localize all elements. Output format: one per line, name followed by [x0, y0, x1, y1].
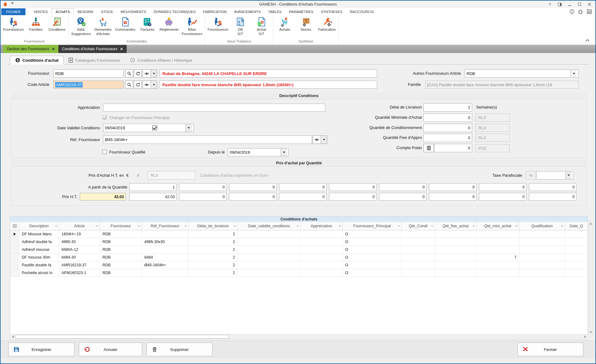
ribbon-st-fournisseurs-button[interactable]: Fournisseurs — [206, 16, 230, 32]
ribbon-valid-suggestions-button[interactable]: Valid.Suggestions — [70, 16, 92, 36]
qte-fixe-input[interactable]: 0 — [423, 134, 472, 142]
enregistrer-button[interactable]: Enregistrer — [8, 343, 74, 356]
info-icon[interactable] — [569, 9, 575, 14]
price-cell[interactable]: 0 — [429, 193, 476, 201]
qty-cell[interactable]: 0 — [329, 183, 377, 191]
supprimer-button[interactable]: Supprimer — [147, 343, 212, 356]
chevron-down-icon[interactable] — [151, 81, 157, 88]
menu-besoins[interactable]: BESOINS — [74, 9, 97, 15]
col-date-q[interactable]: Date_Q — [565, 222, 588, 230]
qte-minimale-input[interactable]: 0 — [423, 113, 472, 122]
scroll-left-icon[interactable] — [10, 335, 15, 339]
fournisseur-qualifie-checkbox[interactable] — [102, 150, 107, 154]
filter-icon[interactable] — [184, 225, 187, 227]
chevron-down-icon[interactable] — [565, 171, 571, 179]
price-cell[interactable]: 0 — [479, 193, 526, 201]
col-date-validite[interactable]: Date_validité_conditions — [238, 222, 300, 230]
price-cell[interactable]: 0 — [229, 193, 277, 201]
scroll-down-icon[interactable] — [589, 331, 592, 333]
qty-cell[interactable]: 0 — [479, 183, 526, 191]
menu-stock[interactable]: STOCK — [97, 9, 117, 15]
col-ref-fournisseur[interactable]: Réf_Fournisseur — [142, 222, 188, 230]
changer-principal-checkbox[interactable] — [102, 115, 107, 120]
qty-cell[interactable]: 0 — [229, 183, 277, 191]
chevron-down-icon[interactable] — [281, 149, 287, 156]
filter-icon[interactable] — [398, 225, 400, 227]
chevron-down-icon[interactable] — [186, 124, 192, 132]
menu-tables[interactable]: TABLES — [264, 9, 285, 15]
vertical-scrollbar[interactable] — [589, 222, 593, 334]
col-description[interactable]: Description — [19, 222, 59, 230]
tab-conditions-achats-fournisseurs[interactable]: Conditions d'Achats Fournisseurs× — [58, 45, 127, 53]
ribbon-fabrication-synthese-button[interactable]: Fabrication — [316, 16, 337, 32]
col-fournisseur[interactable]: Fournisseur — [100, 222, 142, 230]
ribbon-achat-st-button[interactable]: S1AchatS/T — [251, 16, 272, 36]
ribbon-bilan-fournisseurs-button[interactable]: BilanFournisseurs — [180, 16, 204, 36]
menu-fabrication[interactable]: FABRICATION — [199, 9, 230, 15]
compte-poids-calc-button[interactable] — [423, 144, 434, 152]
ribbon-fournisseurs-button[interactable]: Fournisseurs — [2, 16, 25, 32]
menu-fichier[interactable]: FICHIER — [1, 8, 25, 15]
col-qte-fixe-achat[interactable]: Qté_fixe_achat — [435, 222, 476, 230]
col-article[interactable]: Article — [59, 222, 100, 230]
close-icon[interactable]: × — [52, 47, 55, 51]
ref-fournisseur-input[interactable]: Ø45-1604h+ — [103, 135, 312, 144]
qty-cell[interactable]: 1 — [129, 183, 177, 191]
fournisseur-refresh-button[interactable] — [134, 69, 142, 78]
ribbon-achats-synthese-button[interactable]: Achats — [274, 16, 295, 32]
calendar-grid-icon[interactable] — [586, 9, 592, 14]
filter-icon[interactable] — [234, 225, 236, 227]
tab-conditions-achat[interactable]: $Conditions d'achat — [10, 56, 64, 64]
qty-cell[interactable]: 0 — [379, 183, 427, 191]
filter-icon[interactable] — [296, 225, 299, 227]
col-qte-mini-achat[interactable]: Qté_mini_achat — [476, 222, 519, 230]
date-checked-icon[interactable] — [152, 126, 157, 130]
price-cell[interactable]: 0 — [529, 193, 576, 201]
code-article-view-button[interactable] — [142, 81, 157, 89]
table-row[interactable]: Adhésif double fa 4965-30 RDB 4965-30x30… — [10, 238, 588, 246]
filter-icon[interactable] — [96, 225, 98, 227]
tab-gestion-fournisseurs[interactable]: Gestion des Fournisseurs× — [3, 45, 58, 53]
filter-icon[interactable] — [339, 225, 341, 227]
select-all-grid-icon[interactable] — [10, 222, 19, 230]
qty-cell[interactable]: 0 — [279, 183, 327, 191]
ribbon-demandes-achats-button[interactable]: Demandesd'Achats — [93, 16, 114, 36]
table-row[interactable]: Pochette alcool Is APM160323-1 RDB 2 O — [10, 269, 588, 277]
tab-conditions-affaires-historique[interactable]: Conditions Affaires / Historique — [125, 56, 197, 64]
ribbon-stocks-synthese-button[interactable]: Stocks — [295, 16, 316, 32]
ribbon-conditions-button[interactable]: Conditions — [46, 16, 67, 32]
price-cell[interactable]: 42.03 — [129, 193, 177, 201]
home-icon[interactable] — [577, 9, 584, 14]
panel-icon[interactable] — [555, 1, 564, 8]
delai-livraison-input[interactable]: 2 — [423, 103, 472, 112]
taxe-parafiscale-select[interactable] — [536, 171, 573, 180]
filter-icon[interactable] — [515, 225, 518, 227]
ribbon-factures-button[interactable]: Factures — [137, 16, 158, 32]
menu-syntheses[interactable]: SYNTHÈSES — [317, 9, 346, 15]
scroll-right-icon[interactable] — [583, 335, 588, 339]
filter-icon[interactable] — [472, 225, 475, 227]
ribbon-da-st-button[interactable]: ?DAS/T — [230, 16, 251, 36]
autres-fournisseurs-select[interactable]: RDB — [465, 69, 579, 78]
ribbon-familles-button[interactable]: Familles — [25, 16, 46, 32]
price-cell[interactable]: 0 — [179, 193, 227, 201]
qte-conditionnement-input[interactable]: 0 — [423, 124, 472, 132]
chevron-down-icon[interactable] — [571, 70, 577, 77]
menu-mouvements[interactable]: MOUVEMENTS — [117, 9, 150, 15]
tab-catalogues-fournisseurs[interactable]: Catalogues Fournisseurs — [64, 56, 125, 64]
col-qualification[interactable]: Qualification — [519, 222, 565, 230]
ribbon-reglements-button[interactable]: Règlements — [158, 16, 180, 32]
table-row[interactable]: Adhésif mousse 8480A-12 RDB 2 O — [10, 246, 588, 254]
fournisseur-search-button[interactable] — [125, 69, 133, 78]
qty-cell[interactable]: 0 — [429, 183, 476, 191]
table-row[interactable]: DF Mousse blanc 1604H+-19 RDB 2 O — [10, 230, 588, 238]
fournisseur-view-button[interactable] — [142, 69, 157, 78]
scrollbar-thumb[interactable] — [15, 335, 229, 339]
close-button[interactable] — [585, 1, 594, 8]
table-row[interactable]: DF mousse 30m 8484-30 RDB 8484 2 O 7 — [10, 254, 588, 261]
table-row[interactable]: Pastille double fa AMR16219-37 RDB Ø45-1… — [10, 261, 588, 269]
menu-parametres[interactable]: PARAMÈTRES — [285, 9, 317, 15]
menu-ventes[interactable]: VENTES — [30, 9, 52, 15]
qty-cell[interactable]: 0 — [179, 183, 227, 191]
code-article-input[interactable]: AMR16219-37 — [53, 81, 124, 89]
